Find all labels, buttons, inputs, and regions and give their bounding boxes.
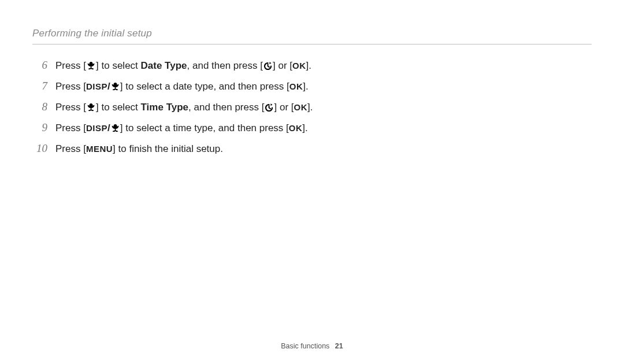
menu-label: MENU [86,144,113,154]
emphasis: Date Type [141,60,187,71]
step-text: Press [DISP/] to select a date type, and… [55,77,592,96]
ok-label: OK [289,81,303,91]
step-text: Press [] to select Time Type, and then p… [55,98,592,117]
page-footer: Basic functions 21 [0,342,624,350]
step-number: 10 [32,138,47,159]
ok-label: OK [289,123,303,133]
macro-icon [86,61,96,70]
step-number: 8 [32,96,47,117]
macro-icon [86,103,96,112]
footer-section: Basic functions [281,342,329,350]
emphasis: Time Type [141,102,189,113]
manual-page: Performing the initial setup 6Press [] t… [0,0,624,364]
timer-icon [263,61,273,70]
step-list: 6Press [] to select Date Type, and then … [32,55,592,159]
macro-icon [110,124,120,132]
disp-label: DISP [86,123,107,133]
ok-label: OK [292,61,306,70]
header-rule [32,44,592,44]
step-item: 9Press [DISP/] to select a time type, an… [32,117,592,138]
step-text: Press [] to select Date Type, and then p… [55,57,592,75]
ok-label: OK [294,102,308,112]
disp-label: DISP [86,81,107,91]
step-item: 7Press [DISP/] to select a date type, an… [32,76,592,96]
step-number: 6 [32,55,47,76]
step-item: 6Press [] to select Date Type, and then … [32,55,592,76]
step-item: 10Press [MENU] to finish the initial set… [32,138,592,159]
page-title: Performing the initial setup [32,28,592,39]
macro-icon [110,82,120,91]
step-item: 8Press [] to select Time Type, and then … [32,96,592,117]
step-number: 9 [32,117,47,138]
timer-icon [264,103,274,112]
step-number: 7 [32,76,47,96]
step-text: Press [DISP/] to select a time type, and… [55,119,592,138]
footer-page-number: 21 [335,342,343,350]
step-text: Press [MENU] to finish the initial setup… [55,140,592,158]
